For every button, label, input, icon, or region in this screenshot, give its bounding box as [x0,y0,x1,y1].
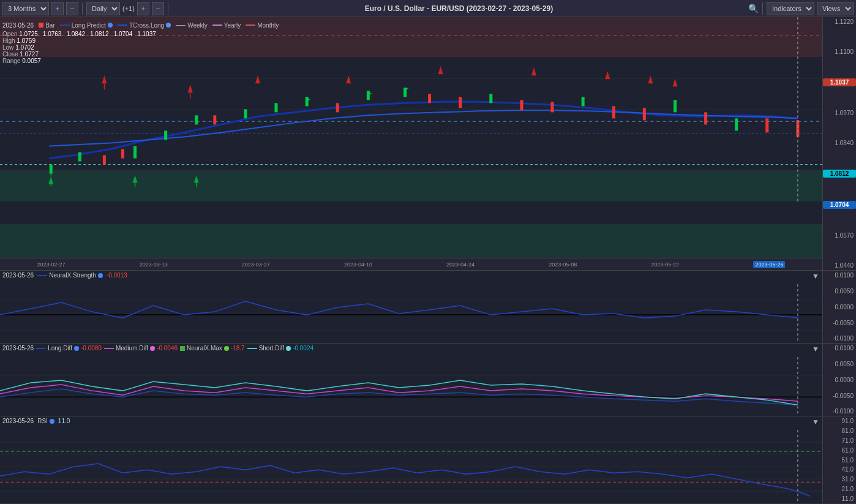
high-val: 1.0759 [17,37,36,44]
neural-info: 2023-05-26 NeuralX.Strength -0.0013 [2,272,127,279]
high-item: High 1.0759 [2,37,36,44]
diff-info: 2023-05-26 Long.Diff -0.0080 Medium.Diff… [2,345,313,352]
x-date-5: 2023-04-24 [446,261,475,268]
price-highlight-cyan: 1.0812 [823,170,856,178]
open3-item: 1.0842 [66,31,85,37]
price-highlight-blue: 1.0704 [823,201,856,209]
x-date-2: 2023-03-13 [140,261,168,268]
price-tick-1: 1.1220 [823,18,856,25]
svg-marker-44 [346,75,351,83]
x-date-4: 2023-04-10 [344,261,372,268]
open5-val: 1.0704 [114,31,133,37]
svg-marker-47 [605,71,610,79]
sep3 [762,2,763,15]
svg-text:+: + [405,85,408,92]
neural-line-icon [37,275,47,276]
search-icon[interactable]: 🔍 [748,4,759,13]
low-item: Low 1.0702 [2,44,34,51]
diff-collapse-btn[interactable]: ▼ [812,345,819,353]
high-row: High 1.0759 [2,37,156,44]
low-val: 1.0702 [15,44,34,51]
period-minus-btn[interactable]: − [66,2,78,15]
svg-marker-39 [102,75,107,83]
svg-marker-48 [648,75,653,83]
price-tick-6: 1.0440 [823,262,856,269]
rsi-tick-2: 81.0 [823,427,856,434]
monthly-icon [246,24,255,26]
x-date-6: 2023-05-08 [549,261,577,268]
neural-tick-2: 0.0050 [823,288,856,295]
low-row: Low 1.0702 [2,44,156,51]
rsi-tick-8: 21.0 [823,486,856,492]
med-diff-name: Medium.Diff [116,345,148,352]
neural-label: NeuralX.Strength [37,272,103,279]
open-item: Open 1.0725 [2,31,38,37]
indicators-select[interactable]: Indicators [767,2,814,15]
price-tick-3: 1.0970 [823,110,856,116]
neural-axis: 0.0100 0.0050 0.0000 -0.0050 -0.0100 [822,271,856,343]
offset-label: (+1) [122,5,135,12]
close-val: 1.0727 [20,51,39,58]
rsi-date: 2023-05-26 [2,418,34,424]
open2-val: 1.0763 [43,31,62,37]
diff-tick-4: -0.0050 [823,393,856,399]
interval-select[interactable]: Daily [86,2,120,15]
svg-marker-45 [438,66,443,74]
rsi-info: 2023-05-26 RSI 11.0 [2,418,70,424]
period-select[interactable]: 3 Months1 Month3 Months6 Months1 Year [2,2,49,15]
price-tick-4: 1.0840 [823,140,856,146]
open2-item: 1.0763 [43,31,62,37]
diff-axis: 0.0100 0.0050 0.0000 -0.0050 -0.0100 [822,344,856,416]
open6-item: 1.1037 [137,31,156,37]
range-item: Range 0.0057 [2,58,41,64]
svg-marker-49 [672,78,677,86]
short-diff-val: -0.0024 [293,345,313,352]
rsi-collapse-btn[interactable]: ▼ [812,418,819,426]
tcross-legend: TCross.Long [118,22,171,29]
rsi-axis: 91.0 81.0 71.0 61.0 51.0 41.0 31.0 21.0 … [822,416,856,503]
neural-tick-4: -0.0050 [823,320,856,326]
neural-max-name: NeuralX.Max [187,345,222,352]
ohlc-row: Open 1.0725 1.0763 1.0842 1.0812 1.0704 … [2,31,156,37]
svg-marker-46 [531,67,536,75]
x-date-1: 2023-02-27 [37,261,66,268]
weekly-icon [176,25,186,26]
med-diff-icon [104,348,114,349]
long-predict-dot [108,23,113,28]
svg-marker-43 [255,75,260,83]
neural-collapse-btn[interactable]: ▼ [812,272,819,280]
rsi-tick-1: 91.0 [823,418,856,424]
bar-label: Bar [45,22,55,29]
sep1 [82,2,83,15]
views-select[interactable]: Views [817,2,854,15]
diff-tick-1: 0.0100 [823,345,856,352]
open4-item: 1.0812 [90,31,109,37]
charts-container: 2023-05-26 Bar Long.Predict TCross.Long … [0,17,856,504]
neural-svg [0,284,822,344]
diff-date: 2023-05-26 [2,345,34,352]
short-diff-dot [286,346,291,351]
offset-plus-btn[interactable]: + [137,2,149,15]
neural-max-val: -18.7 [231,345,245,352]
svg-text:+: + [307,96,310,103]
diff-tick-3: 0.0000 [823,377,856,383]
yearly-legend: Yearly [212,22,241,29]
monthly-label: Monthly [257,22,279,29]
toolbar: 3 Months1 Month3 Months6 Months1 Year + … [0,0,856,17]
green-shade [0,224,822,258]
toolbar-right: Indicators Views [767,2,854,15]
period-plus-btn[interactable]: + [51,2,64,15]
diff-tick-2: 0.0050 [823,361,856,367]
rsi-tick-4: 61.0 [823,447,856,454]
weekly-label: Weekly [187,22,208,29]
svg-text:+: + [368,90,372,97]
offset-minus-btn[interactable]: − [152,2,164,15]
price-chart: 2023-05-26 Bar Long.Predict TCross.Long … [0,17,856,271]
yearly-icon [212,24,222,26]
long-diff-label: Long.Diff -0.0080 [36,345,102,352]
rsi-tick-5: 51.0 [823,457,856,464]
med-diff-label: Medium.Diff -0.0046 [104,345,178,352]
rsi-tick-9: 11.0 [823,495,856,502]
neural-chart: 2023-05-26 NeuralX.Strength -0.0013 ▼ ✕ … [0,271,856,344]
short-diff-label: Short.Diff -0.0024 [247,345,313,352]
